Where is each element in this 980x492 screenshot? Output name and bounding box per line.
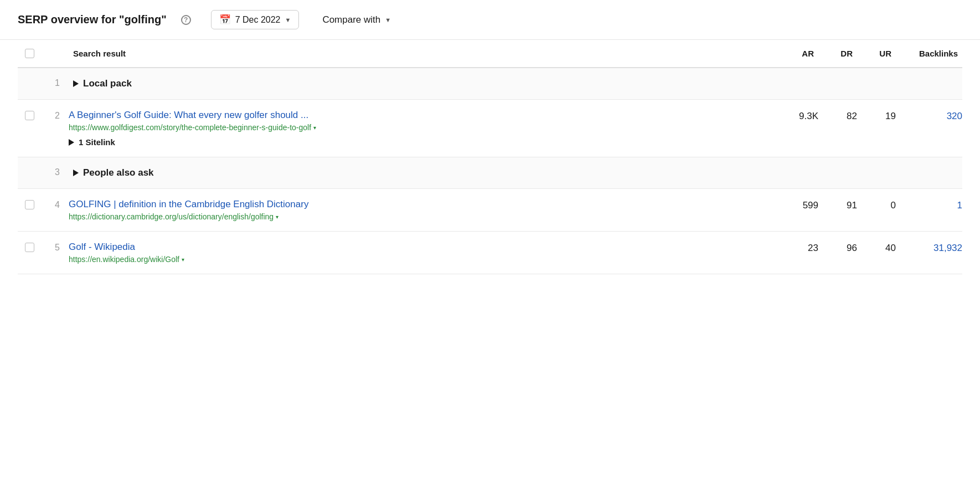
th-search-result: Search result	[69, 40, 768, 68]
table-row: 2A Beginner's Golf Guide: What every new…	[18, 100, 962, 157]
metric-ar: 9.3K	[768, 100, 818, 157]
result-url-link[interactable]: https://dictionary.cambridge.org/us/dict…	[69, 212, 768, 221]
metric-ur: 40	[857, 232, 896, 274]
sitelink-expand-icon[interactable]	[69, 139, 74, 146]
metric-backlinks[interactable]: 1	[896, 189, 962, 232]
th-num	[41, 40, 69, 68]
metric-dr: 96	[818, 232, 857, 274]
row-number: 1	[41, 68, 69, 100]
sitelink-row[interactable]: 1 Sitelink	[69, 137, 768, 147]
row-number: 5	[41, 232, 69, 274]
metric-backlinks[interactable]: 320	[896, 100, 962, 157]
url-dropdown-icon[interactable]: ▾	[276, 214, 278, 220]
special-row-label[interactable]: Local pack	[73, 78, 958, 89]
row-number: 2	[41, 100, 69, 157]
table-row: 3People also ask	[18, 157, 962, 189]
compare-button[interactable]: Compare with ▼	[314, 11, 399, 29]
serp-table-container: Search result AR DR UR Backlinks 1Local …	[0, 40, 980, 274]
th-backlinks: Backlinks	[896, 40, 962, 68]
date-chevron-icon: ▼	[285, 17, 291, 23]
table-header-row: Search result AR DR UR Backlinks	[18, 40, 962, 68]
url-dropdown-icon[interactable]: ▾	[182, 257, 184, 263]
row-number: 3	[41, 157, 69, 189]
table-row: 1Local pack	[18, 68, 962, 100]
result-title-link[interactable]: Golf - Wikipedia	[69, 242, 768, 253]
serp-header: SERP overview for "golfing" ? 📅 7 Dec 20…	[0, 0, 980, 40]
row-number: 4	[41, 189, 69, 232]
result-title-link[interactable]: GOLFING | definition in the Cambridge En…	[69, 199, 768, 210]
help-icon[interactable]: ?	[181, 15, 191, 25]
table-row: 5Golf - Wikipediahttps://en.wikipedia.or…	[18, 232, 962, 274]
result-url-link[interactable]: https://www.golfdigest.com/story/the-com…	[69, 123, 768, 132]
date-label: 7 Dec 2022	[235, 15, 281, 25]
calendar-icon: 📅	[219, 14, 231, 25]
th-ar: AR	[768, 40, 818, 68]
expand-icon[interactable]	[73, 80, 79, 87]
th-dr: DR	[818, 40, 857, 68]
date-picker-button[interactable]: 📅 7 Dec 2022 ▼	[211, 10, 300, 29]
metric-ar: 23	[768, 232, 818, 274]
row-checkbox[interactable]	[25, 111, 34, 120]
metric-ur: 19	[857, 100, 896, 157]
metric-backlinks[interactable]: 31,932	[896, 232, 962, 274]
th-ur: UR	[857, 40, 896, 68]
table-row: 4GOLFING | definition in the Cambridge E…	[18, 189, 962, 232]
result-url-link[interactable]: https://en.wikipedia.org/wiki/Golf ▾	[69, 255, 768, 264]
metric-dr: 91	[818, 189, 857, 232]
metric-dr: 82	[818, 100, 857, 157]
row-checkbox[interactable]	[25, 243, 34, 252]
compare-chevron-icon: ▼	[385, 17, 391, 23]
result-title-link[interactable]: A Beginner's Golf Guide: What every new …	[69, 110, 768, 121]
select-all-checkbox[interactable]	[25, 49, 34, 58]
th-checkbox	[18, 40, 41, 68]
expand-icon[interactable]	[73, 170, 79, 176]
special-row-label[interactable]: People also ask	[73, 167, 958, 178]
compare-label: Compare with	[322, 14, 380, 25]
metric-ar: 599	[768, 189, 818, 232]
serp-table: Search result AR DR UR Backlinks 1Local …	[18, 40, 962, 274]
page-title: SERP overview for "golfing"	[18, 13, 167, 26]
metric-ur: 0	[857, 189, 896, 232]
row-checkbox[interactable]	[25, 200, 34, 209]
url-dropdown-icon[interactable]: ▾	[313, 125, 316, 131]
